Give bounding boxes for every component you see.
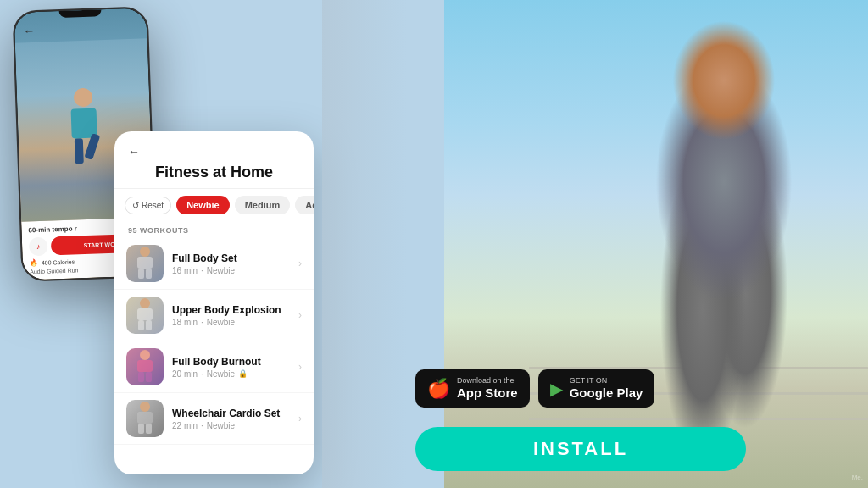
watermark: Me. [852,474,863,481]
google-play-button[interactable]: ▶ GET IT ON Google Play [538,369,655,408]
workout-name-3: Full Body Burnout [172,356,290,368]
apple-icon: 🍎 [427,378,450,400]
thumb-person-2 [132,298,158,332]
workout-info-1: Full Body Set 16 min · Newbie [172,252,290,275]
reset-filter-button[interactable]: ↺ Reset [125,197,171,214]
google-play-large-label: Google Play [570,385,643,401]
calories-text: 400 Calories [42,259,75,266]
tp-body-4 [137,412,153,424]
reset-label: Reset [142,201,164,210]
workout-info-3: Full Body Burnout 20 min · Newbie 🔒 [172,356,290,379]
tp-legs [138,269,152,279]
workout-duration-2: 18 min [172,318,198,327]
thumb-person-3 [132,350,158,384]
tp-head-2 [140,298,150,308]
workout-thumbnail-3 [126,348,164,385]
lock-icon: 🔒 [238,369,248,378]
tp-legs-2 [138,320,152,330]
workout-arrow-1: › [298,258,302,269]
app-back-button[interactable]: ← [128,145,300,158]
app-store-small-label: Download on the [457,376,518,385]
workout-separator-2: · [201,318,203,327]
google-play-small-label: GET IT ON [570,376,643,385]
workout-item[interactable]: Full Body Set 16 min · Newbie › [114,238,314,290]
runner-silhouette [53,86,115,173]
workout-name-4: Wheelchair Cardio Set [172,408,290,419]
workout-thumbnail-1 [126,245,164,282]
phone-left-back-btn[interactable]: ← [14,19,44,43]
workout-level-1: Newbie [207,266,235,275]
music-button[interactable]: ♪ [29,237,48,257]
workout-item-4[interactable]: Wheelchair Cardio Set 22 min · Newbie › [114,393,314,445]
tp-body-3 [137,360,153,372]
app-store-button[interactable]: 🍎 Download on the App Store [415,369,530,408]
workout-item-2[interactable]: Upper Body Explosion 18 min · Newbie › [114,290,314,341]
newbie-filter-button[interactable]: Newbie [176,196,230,214]
tp-head-3 [140,350,150,360]
tp-leg-r3 [146,372,152,382]
workout-info-2: Upper Body Explosion 18 min · Newbie [172,304,290,327]
workout-level-2: Newbie [207,318,235,327]
runner-head [74,87,93,107]
runner-legs [75,137,96,164]
workout-arrow-4: › [298,413,302,424]
workout-level-4: Newbie [207,421,235,430]
runner-leg-left [75,138,84,164]
medium-filter-button[interactable]: Medium [235,196,291,214]
thumb-person-1 [132,247,158,280]
app-header: ← Fitness at Home [114,131,314,189]
reset-icon: ↺ [132,201,139,210]
workouts-count: 95 WORKOUTS [114,221,314,238]
workout-separator-4: · [201,421,203,430]
tp-leg-r2 [146,320,152,330]
workout-name-1: Full Body Set [172,252,290,264]
workout-arrow-2: › [298,309,302,321]
tp-leg-l3 [138,372,144,382]
tp-head-4 [140,402,150,412]
workout-separator-3: · [201,369,203,379]
phone-notch [59,9,102,18]
tp-leg-l4 [138,424,144,434]
app-title: Fitness at Home [128,164,300,181]
workout-meta-2: 18 min · Newbie [172,318,290,327]
app-store-large-label: App Store [457,385,518,401]
tp-leg-l2 [138,320,144,330]
workout-meta-1: 16 min · Newbie [172,266,290,275]
thumb-person-4 [132,402,158,435]
tp-legs-4 [138,424,152,434]
fade-overlay [322,0,407,488]
google-play-text: GET IT ON Google Play [570,376,643,401]
google-play-icon: ▶ [550,379,563,399]
app-screen: ← Fitness at Home ↺ Reset Newbie Medium … [114,131,314,474]
app-store-text: Download on the App Store [457,376,518,401]
tp-leg-r4 [146,424,152,434]
workout-arrow-3: › [298,361,302,373]
filter-row: ↺ Reset Newbie Medium Advance [114,189,314,221]
workout-level-3: Newbie [207,369,235,379]
workout-thumbnail-4 [126,400,164,437]
tp-legs-3 [138,372,152,382]
workout-separator-1: · [201,266,203,275]
workout-duration-3: 20 min [172,369,198,379]
workout-info-4: Wheelchair Cardio Set 22 min · Newbie [172,408,290,430]
workout-item-3[interactable]: Full Body Burnout 20 min · Newbie 🔒 › [114,341,314,393]
workout-list: Full Body Set 16 min · Newbie › [114,238,314,445]
tp-body [137,257,153,269]
store-buttons-group: 🍎 Download on the App Store ▶ GET IT ON … [415,369,654,408]
workout-meta-3: 20 min · Newbie 🔒 [172,369,290,379]
advanced-filter-button[interactable]: Advance [295,196,314,214]
workout-name-2: Upper Body Explosion [172,304,290,316]
tp-head [140,247,150,257]
workout-duration-4: 22 min [172,421,198,430]
workout-duration-1: 16 min [172,266,198,275]
workout-thumbnail-2 [126,297,164,334]
workout-meta-4: 22 min · Newbie [172,421,290,430]
install-label: INSTALL [533,438,628,460]
install-button[interactable]: INSTALL [415,427,746,471]
tp-leg-r [146,269,152,279]
tp-leg-l [138,269,144,279]
tp-body-2 [137,308,153,320]
